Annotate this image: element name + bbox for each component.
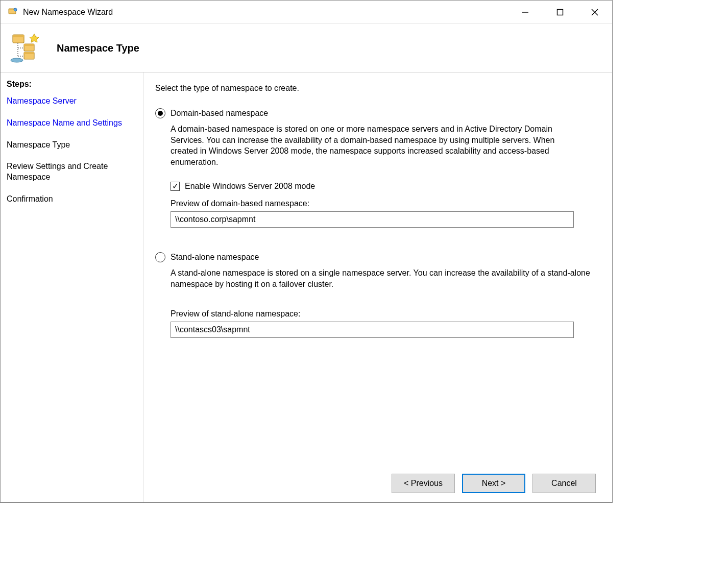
step-namespace-name-settings[interactable]: Namespace Name and Settings bbox=[7, 118, 137, 129]
radio-row-standalone: Stand-alone namespace bbox=[155, 252, 596, 262]
domain-preview-value: \\contoso.corp\sapmnt bbox=[171, 211, 574, 228]
radio-standalone[interactable] bbox=[155, 252, 165, 262]
wizard-window: New Namespace Wizard bbox=[0, 0, 613, 503]
standalone-description: A stand-alone namespace is stored on a s… bbox=[171, 267, 596, 289]
step-namespace-server[interactable]: Namespace Server bbox=[7, 96, 137, 107]
next-button[interactable]: Next > bbox=[462, 474, 525, 493]
steps-heading: Steps: bbox=[7, 80, 137, 89]
radio-standalone-label[interactable]: Stand-alone namespace bbox=[171, 253, 259, 262]
radio-row-domain: Domain-based namespace bbox=[155, 108, 596, 118]
checkbox-row-ws2008: Enable Windows Server 2008 mode bbox=[171, 182, 596, 191]
maximize-button[interactable] bbox=[543, 1, 577, 23]
step-review-create: Review Settings and Create Namespace bbox=[7, 161, 137, 183]
checkbox-ws2008-mode-label[interactable]: Enable Windows Server 2008 mode bbox=[185, 182, 315, 191]
domain-based-section: Domain-based namespace A domain-based na… bbox=[155, 108, 596, 228]
instruction-text: Select the type of namespace to create. bbox=[155, 84, 596, 93]
wizard-step-title: Namespace Type bbox=[57, 42, 139, 54]
svg-point-16 bbox=[11, 58, 23, 62]
standalone-preview-label: Preview of stand-alone namespace: bbox=[171, 309, 596, 319]
app-icon bbox=[8, 7, 18, 17]
wizard-body: Steps: Namespace Server Namespace Name a… bbox=[1, 72, 612, 502]
previous-button[interactable]: < Previous bbox=[392, 474, 455, 493]
svg-point-2 bbox=[14, 8, 17, 11]
cancel-button[interactable]: Cancel bbox=[532, 474, 596, 493]
button-bar: < Previous Next > Cancel bbox=[392, 474, 596, 493]
close-button[interactable] bbox=[577, 1, 612, 23]
radio-domain-based-label[interactable]: Domain-based namespace bbox=[171, 109, 268, 118]
steps-sidebar: Steps: Namespace Server Namespace Name a… bbox=[1, 72, 144, 502]
step-confirmation: Confirmation bbox=[7, 194, 137, 205]
checkbox-ws2008-mode[interactable] bbox=[171, 182, 180, 191]
standalone-preview-value: \\contascs03\sapmnt bbox=[171, 322, 574, 338]
wizard-icon bbox=[10, 32, 42, 64]
window-title: New Namespace Wizard bbox=[23, 8, 508, 17]
wizard-header: Namespace Type bbox=[1, 24, 612, 72]
window-controls bbox=[508, 1, 612, 23]
svg-rect-8 bbox=[13, 35, 24, 37]
radio-domain-based[interactable] bbox=[155, 108, 165, 118]
domain-based-description: A domain-based namespace is stored on on… bbox=[171, 124, 574, 167]
standalone-section: Stand-alone namespace A stand-alone name… bbox=[155, 252, 596, 337]
minimize-button[interactable] bbox=[508, 1, 543, 23]
domain-preview-label: Preview of domain-based namespace: bbox=[171, 199, 596, 208]
main-panel: Select the type of namespace to create. … bbox=[144, 72, 612, 502]
svg-rect-15 bbox=[24, 52, 34, 54]
svg-rect-12 bbox=[24, 44, 34, 46]
svg-rect-4 bbox=[557, 9, 563, 15]
step-namespace-type[interactable]: Namespace Type bbox=[7, 140, 137, 151]
titlebar: New Namespace Wizard bbox=[1, 1, 612, 24]
